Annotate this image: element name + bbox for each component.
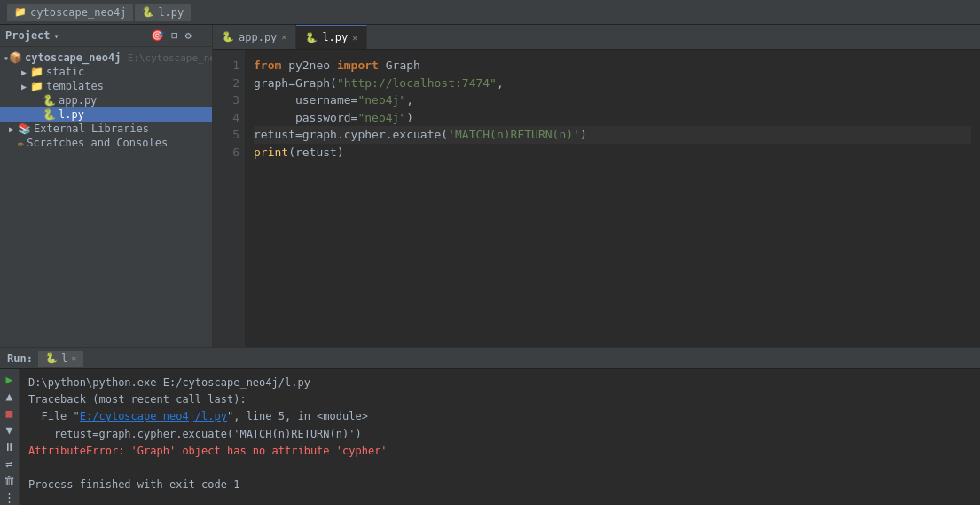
- title-tab-lpy[interactable]: 🐍 l.py: [135, 4, 191, 21]
- project-folder-icon: 📦: [9, 51, 22, 64]
- tree-item-apppy[interactable]: 🐍 app.py: [0, 93, 212, 107]
- code-area[interactable]: from py2neo import Graph graph=Graph("ht…: [245, 50, 980, 347]
- run-stop-button[interactable]: ■: [2, 406, 18, 420]
- run-trash-button[interactable]: 🗑: [2, 474, 18, 487]
- main-area: Project ▾ 🎯 ⊟ ⚙ — ▾ 📦 cytoscape_neo4j E:…: [0, 25, 980, 347]
- editor-area: 🐍 app.py ✕ 🐍 l.py ✕ 1 2 3 4 5 6: [213, 25, 980, 347]
- run-tab-l[interactable]: 🐍 l ✕: [38, 351, 83, 367]
- run-wrap-button[interactable]: ⇌: [2, 457, 18, 470]
- tree-lpy-label: l.py: [59, 108, 84, 121]
- tree-item-templates[interactable]: ▶ 📁 templates: [0, 79, 212, 93]
- line-numbers: 1 2 3 4 5 6: [213, 50, 245, 347]
- extlib-icon: 📚: [18, 122, 31, 135]
- run-label: Run:: [7, 352, 33, 365]
- folder-icon: 📁: [14, 6, 27, 18]
- code-line-4: password="neo4j"): [254, 109, 971, 127]
- run-tab-icon: 🐍: [45, 352, 58, 364]
- code-line-1: from py2neo import Graph: [254, 57, 971, 75]
- tab-apppy[interactable]: 🐍 app.py ✕: [213, 25, 296, 49]
- run-body: ▶ ▲ ■ ▼ ⏸ ⇌ 🗑 ⋮ D:\python\python.exe E:/…: [0, 369, 980, 505]
- sidebar-tree: ▾ 📦 cytoscape_neo4j E:\cytoscape_neo4j ▶…: [0, 47, 212, 347]
- python-file-icon: 🐍: [142, 6, 154, 18]
- title-tab-project-label: cytoscape_neo4j: [30, 6, 126, 19]
- run-output-line-1: D:\python\python.exe E:/cytoscape_neo4j/…: [28, 375, 971, 391]
- run-output: D:\python\python.exe E:/cytoscape_neo4j/…: [20, 369, 980, 505]
- tree-item-root[interactable]: ▾ 📦 cytoscape_neo4j E:\cytoscape_neo4j: [0, 51, 212, 65]
- run-output-blank: [28, 460, 971, 477]
- run-down-button[interactable]: ▼: [2, 423, 18, 437]
- sidebar-toolbar: Project ▾ 🎯 ⊟ ⚙ —: [0, 25, 212, 47]
- code-line-5: retust=graph.cypher.excuate('MATCH(n)RET…: [254, 126, 971, 144]
- run-play-button[interactable]: ▶: [2, 373, 18, 386]
- code-line-6: print(retust): [254, 144, 971, 162]
- run-output-line-4: retust=graph.cypher.excuate('MATCH(n)RET…: [28, 426, 971, 443]
- locate-icon[interactable]: 🎯: [149, 28, 166, 43]
- expand-icon-templates: ▶: [18, 82, 30, 91]
- run-pause-button[interactable]: ⏸: [2, 440, 18, 454]
- run-tab-close[interactable]: ✕: [71, 353, 76, 363]
- run-output-line-2: Traceback (most recent call last):: [28, 391, 971, 408]
- tree-item-extlib[interactable]: ▶ 📚 External Libraries: [0, 122, 212, 136]
- tab-lpy-close[interactable]: ✕: [352, 33, 357, 43]
- settings-icon[interactable]: ⚙: [184, 28, 193, 43]
- sidebar: Project ▾ 🎯 ⊟ ⚙ — ▾ 📦 cytoscape_neo4j E:…: [0, 25, 213, 347]
- code-line-3: username="neo4j",: [254, 91, 971, 109]
- tree-item-scratches[interactable]: ✏️ Scratches and Consoles: [0, 136, 212, 150]
- tree-templates-label: templates: [46, 80, 104, 92]
- tree-root-label: cytoscape_neo4j E:\cytoscape_neo4j: [25, 51, 213, 64]
- static-folder-icon: 📁: [30, 66, 43, 78]
- title-tab-lpy-label: l.py: [158, 6, 184, 19]
- apppy-file-icon: 🐍: [43, 94, 56, 107]
- run-tab-label: l: [61, 352, 67, 365]
- bottom-panel: Run: 🐍 l ✕ ▶ ▲ ■ ▼ ⏸ ⇌ 🗑 ⋮ D:\python\pyt…: [0, 347, 980, 505]
- code-line-2: graph=Graph("http://localhost:7474",: [254, 75, 971, 92]
- chevron-down-icon: ▾: [54, 31, 59, 41]
- title-tab-project[interactable]: 📁 cytoscape_neo4j: [7, 4, 133, 21]
- project-label: Project: [5, 29, 51, 42]
- tab-apppy-icon: 🐍: [222, 31, 234, 43]
- sidebar-toolbar-left: Project ▾: [5, 29, 59, 42]
- run-output-error: AttributeError: 'Graph' object has no at…: [28, 443, 971, 460]
- tab-lpy[interactable]: 🐍 l.py ✕: [296, 25, 367, 49]
- minimize-icon[interactable]: —: [197, 28, 207, 43]
- tab-lpy-icon: 🐍: [305, 32, 318, 43]
- run-tab-bar: Run: 🐍 l ✕: [0, 348, 980, 369]
- tree-apppy-label: app.py: [59, 94, 97, 107]
- tree-extlib-label: External Libraries: [34, 122, 149, 135]
- scratches-icon: ✏️: [18, 137, 24, 149]
- run-output-file-link[interactable]: E:/cytoscape_neo4j/l.py: [80, 410, 227, 422]
- tab-apppy-label: app.py: [239, 31, 277, 43]
- tree-static-label: static: [46, 66, 84, 78]
- tree-item-static[interactable]: ▶ 📁 static: [0, 65, 212, 79]
- tree-item-lpy[interactable]: 🐍 l.py: [0, 107, 212, 122]
- sidebar-toolbar-right: 🎯 ⊟ ⚙ —: [149, 28, 207, 43]
- run-extra-button[interactable]: ⋮: [2, 491, 18, 504]
- expand-icon-extlib: ▶: [5, 124, 18, 134]
- title-bar: 📁 cytoscape_neo4j 🐍 l.py: [0, 0, 980, 25]
- tab-lpy-label: l.py: [322, 31, 348, 43]
- run-up-button[interactable]: ▲: [2, 390, 18, 403]
- editor-tabs: 🐍 app.py ✕ 🐍 l.py ✕: [213, 25, 980, 50]
- tab-apppy-close[interactable]: ✕: [281, 32, 286, 42]
- run-output-exit: Process finished with exit code 1: [28, 477, 971, 493]
- expand-icon-static: ▶: [18, 67, 30, 77]
- templates-folder-icon: 📁: [30, 80, 43, 92]
- run-toolbar: ▶ ▲ ■ ▼ ⏸ ⇌ 🗑 ⋮: [0, 369, 20, 505]
- lpy-file-icon: 🐍: [43, 108, 56, 121]
- collapse-icon[interactable]: ⊟: [169, 28, 179, 43]
- tree-scratches-label: Scratches and Consoles: [27, 137, 168, 149]
- run-output-line-3: File "E:/cytoscape_neo4j/l.py", line 5, …: [28, 408, 971, 425]
- editor-content: 1 2 3 4 5 6 from py2neo import Graph gra…: [213, 50, 980, 347]
